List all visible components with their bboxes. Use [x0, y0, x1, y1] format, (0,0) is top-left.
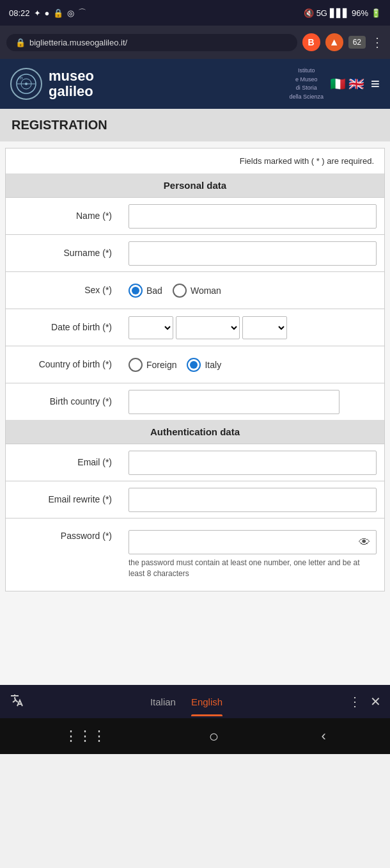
mute-icon: 🔇: [304, 8, 314, 18]
nav-bar: ⋮⋮⋮ ○ ‹: [0, 718, 390, 754]
email-rewrite-row: Email rewrite (*): [6, 481, 384, 518]
wifi-icon: ⌒: [78, 7, 86, 19]
alert-icon[interactable]: ▲: [325, 33, 343, 51]
name-input[interactable]: [129, 204, 377, 229]
birth-country-row: Birth country (*): [6, 383, 384, 420]
section-auth-data: Authentication data: [6, 420, 384, 444]
battery-icon: 🔋: [371, 8, 381, 18]
registration-title: REGISTRATION: [0, 109, 390, 141]
surname-row: Surname (*): [6, 234, 384, 271]
sex-field: Bad Woman: [121, 278, 384, 303]
surname-field: [121, 236, 384, 271]
surname-input[interactable]: [129, 241, 377, 266]
birth-country-input[interactable]: [129, 390, 339, 414]
email-row: Email (*): [6, 444, 384, 481]
birth-country-label: Birth country (*): [6, 389, 121, 415]
lang-tabs: Italian English: [150, 687, 222, 716]
sex-radio-group: Bad Woman: [129, 284, 377, 298]
sex-woman-label: Woman: [191, 285, 221, 296]
form-container: Fields marked with ( * ) are required. P…: [5, 148, 385, 591]
dob-month-select[interactable]: [176, 316, 240, 339]
surname-label: Surname (*): [6, 241, 121, 266]
birth-country-field: [121, 385, 384, 419]
dob-label: Date of birth (*): [6, 315, 121, 341]
country-of-birth-label: Country of birth (*): [6, 352, 121, 378]
header-right: Istitutoe Museodi Storiadella Scienza 🇮🇹…: [289, 67, 380, 101]
eye-icon[interactable]: 👁: [359, 536, 370, 549]
country-italy-option[interactable]: Italy: [187, 358, 221, 372]
tab-count[interactable]: 62: [348, 36, 366, 49]
hamburger-menu-icon[interactable]: ≡: [371, 75, 380, 93]
network-icon: ✦: [34, 8, 41, 18]
dob-year-select[interactable]: [242, 316, 287, 339]
translation-bar-right: ⋮ ✕: [348, 694, 381, 709]
tab-english[interactable]: English: [191, 687, 222, 716]
section-personal-data: Personal data: [6, 173, 384, 197]
required-note: Fields marked with ( * ) are required.: [6, 149, 384, 173]
dob-field: [121, 311, 384, 344]
country-of-birth-field: Foreign Italy: [121, 353, 384, 377]
nav-menu-icon[interactable]: ⋮⋮⋮: [64, 728, 106, 744]
country-radio-group: Foreign Italy: [129, 358, 377, 372]
country-italy-label: Italy: [205, 360, 221, 370]
logo-section: m museo galileo: [10, 68, 94, 100]
url-text: biglietteria.museogalileo.it/: [29, 38, 127, 47]
sex-bad-option[interactable]: Bad: [129, 284, 162, 298]
translation-more-icon[interactable]: ⋮: [348, 694, 361, 709]
name-field: [121, 199, 384, 234]
email-field: [121, 446, 384, 480]
browser-menu-icon[interactable]: ⋮: [371, 35, 384, 50]
site-header: m museo galileo Istitutoe Museodi Storia…: [0, 59, 390, 109]
sex-row: Sex (*) Bad Woman: [6, 271, 384, 309]
name-row: Name (*): [6, 197, 384, 234]
translate-icon: [9, 693, 24, 711]
password-input[interactable]: [129, 530, 377, 554]
nav-home-icon[interactable]: ○: [208, 727, 219, 746]
logo-icon: m: [10, 68, 42, 100]
sex-bad-label: Bad: [146, 285, 162, 296]
sex-bad-radio[interactable]: [129, 284, 143, 298]
status-left: 08:22 ✦ ● 🔒 ◎ ⌒: [9, 7, 86, 19]
nav-back-icon[interactable]: ‹: [322, 728, 326, 744]
email-label: Email (*): [6, 450, 121, 476]
country-foreign-radio[interactable]: [129, 358, 143, 372]
status-right: 🔇 5G ▋▋▋ 96% 🔋: [304, 8, 381, 18]
lock-small-icon: 🔒: [15, 38, 26, 47]
translation-close-icon[interactable]: ✕: [370, 694, 381, 709]
country-italy-radio[interactable]: [187, 358, 201, 372]
email-rewrite-input[interactable]: [129, 488, 377, 512]
date-selects: [129, 316, 377, 339]
browser-bar: 🔒 biglietteria.museogalileo.it/ B ▲ 62 ⋮: [0, 26, 390, 59]
dob-day-select[interactable]: [129, 316, 173, 339]
battery-label: 96%: [352, 8, 368, 18]
country-foreign-label: Foreign: [146, 360, 176, 370]
country-foreign-option[interactable]: Foreign: [129, 358, 176, 372]
dob-row: Date of birth (*): [6, 309, 384, 346]
password-wrapper: 👁: [129, 530, 377, 554]
italian-flag[interactable]: 🇮🇹: [330, 76, 346, 92]
logo-text: museo galileo: [49, 68, 94, 99]
email-rewrite-label: Email rewrite (*): [6, 487, 121, 513]
circle-icon: ●: [45, 8, 50, 18]
lock-icon: 🔒: [53, 8, 63, 18]
svg-point-3: [25, 83, 27, 85]
password-field: 👁 the password must contain at least one…: [121, 525, 384, 584]
password-hint: the password must contain at least one n…: [129, 558, 377, 579]
page-content: REGISTRATION Fields marked with ( * ) ar…: [0, 109, 390, 685]
password-label: Password (*): [6, 525, 121, 549]
url-bar[interactable]: 🔒 biglietteria.museogalileo.it/: [6, 34, 297, 51]
cast-icon: ◎: [67, 8, 74, 18]
email-input[interactable]: [129, 451, 377, 475]
sex-woman-option[interactable]: Woman: [173, 284, 221, 298]
svg-text:m: m: [19, 75, 23, 81]
signal-label: 5G: [316, 8, 327, 18]
status-bar: 08:22 ✦ ● 🔒 ◎ ⌒ 🔇 5G ▋▋▋ 96% 🔋: [0, 0, 390, 26]
brave-icon[interactable]: B: [302, 33, 320, 51]
password-row: Password (*) 👁 the password must contain…: [6, 518, 384, 591]
name-label: Name (*): [6, 204, 121, 229]
uk-flag[interactable]: 🇬🇧: [348, 76, 364, 92]
sex-woman-radio[interactable]: [173, 284, 187, 298]
signal-bars: ▋▋▋: [330, 8, 349, 18]
tab-italian[interactable]: Italian: [150, 687, 176, 716]
logo-title: museo galileo: [49, 68, 94, 99]
